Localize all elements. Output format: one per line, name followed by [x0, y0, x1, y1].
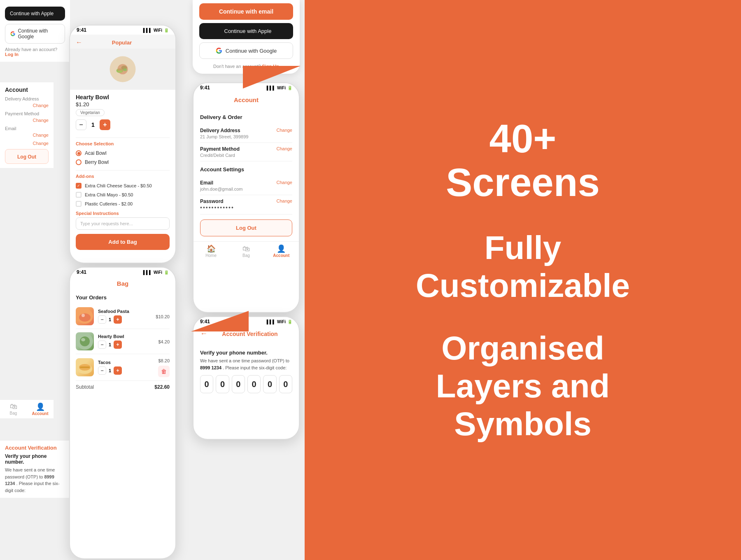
delivery-address-row: Delivery Address 21 Jump Street, 399899 … — [200, 124, 292, 143]
back-arrow-icon[interactable]: ← — [76, 39, 82, 46]
qty-plus-3[interactable]: + — [114, 366, 122, 375]
partial-account-screen-left: Account Delivery Address Change Payment … — [0, 82, 54, 168]
change-payment-btn[interactable]: Change — [276, 146, 292, 151]
order-item-2: Hearty Bowl − 1 + $4.20 — [76, 329, 170, 354]
order-item-3: Tacos − 1 + $8.20 🗑 — [76, 354, 170, 381]
qty-minus-1[interactable]: − — [98, 315, 106, 324]
order-item-3-info: Tacos − 1 + — [98, 360, 154, 375]
partial-tab-bar: 🛍 Bag 👤 Account — [0, 399, 54, 418]
otp-digit-3[interactable]: 0 — [232, 375, 245, 393]
password-row: Password •••••••••••• Change — [200, 195, 292, 215]
otp-digit-1[interactable]: 0 — [200, 375, 213, 393]
otp-digit-5[interactable]: 0 — [263, 375, 276, 393]
food-info: Hearty Bowl $1.20 Vegetarian − 1 + — [70, 90, 175, 134]
logout-btn[interactable]: Log Out — [200, 219, 292, 236]
account-tab-bar: 🏠 Home 🛍 Bag 👤 Account — [193, 241, 299, 259]
continue-apple-btn[interactable]: Continue with Apple — [199, 23, 293, 39]
home-icon: 🏠 — [207, 245, 216, 252]
status-bar-food: 9:41 ▌▌▌WiFi🔋 — [70, 26, 175, 35]
delete-item-3[interactable]: 🗑 — [158, 366, 170, 377]
customizable-text: Fully Customizable — [416, 229, 630, 305]
bag-title: Bag — [70, 277, 175, 290]
phone-verification: 9:41 ▌▌▌WiFi🔋 ← Account Verification Ver… — [193, 316, 300, 440]
radio-item-2[interactable]: Berry Bowl — [70, 158, 175, 167]
partial-google-btn[interactable]: Continue with Google — [5, 24, 65, 44]
svg-point-5 — [123, 68, 127, 71]
delivery-section-title: Delivery & Order — [200, 114, 292, 120]
phone-bag: 9:41 ▌▌▌WiFi🔋 Bag Your Orders Seafood Pa… — [69, 267, 176, 559]
checkbox-2 — [76, 192, 82, 198]
change-link-2[interactable]: Change — [33, 118, 49, 123]
change-delivery-btn[interactable]: Change — [276, 128, 292, 133]
continue-email-btn[interactable]: Continue with email — [199, 3, 293, 20]
checkbox-1 — [76, 183, 82, 189]
change-link-4[interactable]: Change — [33, 141, 49, 146]
change-link-3[interactable]: Change — [33, 133, 49, 138]
left-panel: Continue with Apple Continue with Google… — [0, 0, 305, 560]
partial-apple-btn[interactable]: Continue with Apple — [5, 7, 65, 21]
quantity-control: − 1 + — [76, 119, 170, 130]
tab-home[interactable]: 🏠 Home — [193, 245, 228, 258]
phone-auth-center: Continue with email Continue with Apple … — [193, 0, 300, 74]
organised-text: Organised Layers and Symbols — [416, 329, 630, 443]
addons-label: Add-ons — [76, 174, 170, 179]
svg-point-11 — [80, 336, 90, 346]
continue-google-btn[interactable]: Continue with Google — [199, 42, 293, 59]
svg-point-8 — [79, 313, 91, 322]
hearty-img — [76, 332, 94, 350]
qty-minus-2[interactable]: − — [98, 341, 106, 349]
add-to-bag-btn[interactable]: Add to Bag — [76, 234, 170, 250]
radio-circle-2 — [76, 159, 82, 165]
otp-digit-6[interactable]: 0 — [279, 375, 292, 393]
food-image — [108, 55, 137, 84]
choose-selection-label: Choose Selection — [76, 141, 170, 146]
radio-item-1[interactable]: Acai Bowl — [70, 149, 175, 158]
food-image-container — [70, 49, 175, 90]
your-orders-title: Your Orders — [76, 294, 170, 301]
change-password-btn[interactable]: Change — [276, 198, 292, 203]
change-link[interactable]: Change — [33, 103, 49, 108]
bag-content: Your Orders Seafood Pasta − 1 + $10.20 — [70, 290, 175, 397]
tab-account-item[interactable]: 👤 Account — [264, 245, 299, 258]
addon-item-1[interactable]: Extra Chili Cheese Sauce - $0.50 — [70, 181, 175, 190]
order-item-2-info: Hearty Bowl − 1 + — [98, 334, 154, 349]
qty-plus-1[interactable]: + — [114, 315, 122, 324]
status-icons: ▌▌▌WiFi🔋 — [143, 28, 169, 33]
change-email-btn[interactable]: Change — [276, 180, 292, 185]
special-instructions-input[interactable]: Type your requests here... — [76, 217, 170, 230]
continue-email-section: Continue with email — [193, 0, 300, 21]
tab-bag[interactable]: 🛍 Bag — [0, 402, 27, 416]
otp-digit-2[interactable]: 0 — [216, 375, 229, 393]
phone-account: 9:41 ▌▌▌WiFi🔋 Account Delivery & Order D… — [193, 82, 300, 313]
food-screen-header: ← Popular — [70, 35, 175, 49]
separator-2 — [76, 170, 170, 170]
taco-img — [76, 358, 94, 376]
account-content: Delivery & Order Delivery Address 21 Jum… — [193, 107, 299, 241]
order-item-1-info: Seafood Pasta − 1 + — [98, 309, 151, 324]
otp-digit-4[interactable]: 0 — [247, 375, 261, 393]
log-in-link[interactable]: Log In — [5, 52, 19, 57]
partial-logout-btn[interactable]: Log Out — [17, 154, 36, 160]
phone-food-detail: 9:41 ▌▌▌WiFi🔋 ← Popular Hea — [69, 25, 176, 264]
qty-minus-btn[interactable]: − — [76, 119, 86, 130]
right-panel: 40+ Screens Fully Customizable Organised… — [305, 0, 741, 560]
qty-plus-btn[interactable]: + — [100, 119, 110, 130]
google-icon — [10, 31, 15, 37]
qty-ctrl-3: − 1 + — [98, 366, 154, 375]
svg-rect-15 — [80, 366, 90, 368]
separator — [76, 138, 170, 138]
qty-plus-2[interactable]: + — [114, 341, 122, 349]
email-row: Email john.doe@gmail.com Change — [200, 177, 292, 195]
account-settings-title: Account Settings — [200, 166, 292, 173]
addon-item-2[interactable]: Extra Chili Mayo - $0.50 — [70, 190, 175, 199]
qty-minus-3[interactable]: − — [98, 366, 106, 375]
tab-account-left[interactable]: 👤 Account — [27, 402, 54, 416]
payment-method-row: Payment Method Credit/Debit Card Change — [200, 143, 292, 161]
qty-ctrl-2: − 1 + — [98, 341, 154, 349]
subtotal-row: Subtotal $22.60 — [76, 381, 170, 393]
checkbox-3 — [76, 201, 82, 207]
addon-item-3[interactable]: Plastic Cutleries - $2.00 — [70, 199, 175, 208]
seafood-img — [76, 307, 94, 325]
special-instructions-label: Special Instructions — [70, 208, 175, 217]
tab-bag-item[interactable]: 🛍 Bag — [228, 245, 263, 258]
